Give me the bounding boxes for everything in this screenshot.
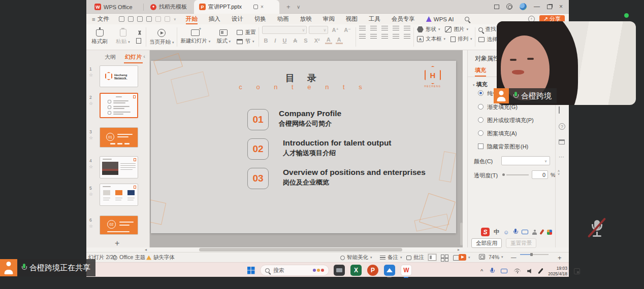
undo-icon[interactable] [155, 16, 161, 22]
fit-window-button[interactable] [479, 254, 485, 260]
star-icon[interactable]: ☆ [89, 164, 93, 169]
close-button[interactable]: × [559, 3, 563, 10]
font-name-combobox[interactable]: ∨ [262, 26, 307, 34]
ribbon-search[interactable] [459, 14, 475, 24]
tray-ime-icon[interactable] [501, 269, 507, 273]
hide-background-checkbox[interactable] [478, 143, 484, 149]
text-direction-icon[interactable] [404, 26, 410, 31]
toc-number-2[interactable]: 02 [247, 138, 269, 160]
zoom-out-button[interactable]: — [511, 254, 517, 260]
slide-thumbnail-2-selected[interactable] [100, 93, 138, 118]
restore-button[interactable] [547, 5, 552, 9]
slide-title[interactable]: 目 录 [151, 72, 456, 84]
zoom-slider[interactable] [520, 254, 549, 255]
tab-close-icon[interactable]: × [261, 4, 264, 10]
sogou-ime-icon[interactable]: S [481, 228, 490, 236]
hscroll-thumb[interactable] [199, 248, 402, 251]
ime-toolbox-icon[interactable] [547, 230, 552, 235]
slide-subtitle[interactable]: c o n t e n t s [151, 83, 456, 91]
scroll-left-icon[interactable]: ◂ [145, 247, 147, 252]
shadow-button[interactable]: S [302, 38, 309, 44]
missing-font-warning[interactable]: 缺失字体 [146, 254, 175, 261]
color-dropdown[interactable]: ∨ [501, 156, 550, 165]
shapes-button[interactable]: 形状▾ [417, 26, 440, 33]
increase-indent-icon[interactable] [393, 26, 399, 31]
scroll-right-icon[interactable]: ▸ [458, 247, 460, 252]
start-button[interactable] [245, 264, 257, 276]
minimize-button[interactable]: — [534, 3, 540, 10]
highlight-button[interactable]: A [336, 37, 343, 44]
radio-picture-fill[interactable] [478, 117, 484, 123]
decrease-indent-icon[interactable] [381, 26, 388, 31]
star-icon[interactable]: ☆ [89, 192, 93, 197]
new-tab-button[interactable]: + [286, 3, 291, 11]
menu-tab-review[interactable]: 审阅 [317, 14, 340, 24]
star-icon[interactable]: ☆ [89, 135, 93, 140]
tray-expand-icon[interactable]: ^ [480, 268, 483, 274]
toc-number-1[interactable]: 01 [247, 109, 269, 130]
menu-tab-view[interactable]: 视图 [340, 14, 363, 24]
tray-wifi-icon[interactable] [514, 269, 521, 274]
taskbar-meeting-app[interactable] [383, 264, 396, 276]
fill-section-header[interactable]: ▾ 填充 [473, 81, 488, 88]
transparency-spinner[interactable]: ˄ ˅ [558, 170, 560, 176]
tab-document[interactable]: P 宣讲PPT.pptx × [194, 0, 279, 14]
taskbar-powerpoint[interactable]: P [367, 264, 379, 276]
ime-skin-icon[interactable] [539, 229, 544, 235]
ime-keyboard-icon[interactable] [522, 230, 528, 234]
quick-access-chevron-icon[interactable]: ∨ [174, 17, 176, 21]
dock-mode-icon[interactable] [494, 5, 499, 9]
select-button[interactable]: 选择 [478, 36, 497, 43]
account-avatar[interactable] [520, 3, 527, 10]
menu-tab-design[interactable]: 设计 [226, 14, 249, 24]
picture-button[interactable]: 图片▾ [445, 26, 468, 33]
tray-clock[interactable]: 19:03 2025/4/18 [548, 266, 567, 276]
format-painter-button[interactable]: 格式刷 [89, 29, 110, 45]
output-icon[interactable] [128, 16, 134, 22]
superscript-button[interactable]: X² [313, 38, 321, 44]
justify-icon[interactable] [393, 34, 399, 39]
toc-item-2[interactable]: Introduction for talent output 人才输送项目介绍 [283, 138, 392, 158]
tab-outline[interactable]: 大纲 [105, 53, 116, 61]
menu-tab-animation[interactable]: 动画 [272, 14, 295, 24]
align-center-icon[interactable] [370, 34, 377, 39]
ime-emoji-icon[interactable]: ☺ [503, 229, 509, 235]
vertical-scrollbar[interactable] [460, 50, 463, 247]
layout-button[interactable]: 版式 ▾ [213, 29, 234, 45]
tray-volume-icon[interactable] [527, 268, 533, 274]
radio-gradient-fill[interactable] [478, 104, 484, 110]
ime-mode-chinese[interactable]: 中 [494, 228, 499, 236]
decrease-font-button[interactable]: A⁻ [342, 27, 352, 33]
menu-file[interactable]: ≡ 文件 [86, 14, 115, 24]
numbered-list-icon[interactable] [370, 26, 377, 31]
reset-background-button[interactable]: 重置背景 [506, 238, 536, 248]
bullet-list-icon[interactable] [359, 26, 366, 31]
notes-button[interactable]: 备注▾ [380, 254, 402, 261]
help-icon[interactable]: ? [559, 123, 565, 130]
ime-account-icon[interactable] [532, 230, 537, 235]
increase-font-button[interactable]: A⁺ [330, 27, 340, 33]
section-button[interactable]: 节▾ [237, 38, 255, 45]
menu-tab-tools[interactable]: 工具 [363, 14, 386, 24]
menu-tab-home[interactable]: 开始 [180, 14, 203, 24]
menu-tab-insert[interactable]: 插入 [203, 14, 226, 24]
comments-button[interactable]: 批注 [406, 254, 424, 261]
arrange-button[interactable]: 排列▾ [450, 35, 472, 43]
slide-thumbnail-4[interactable] [100, 156, 138, 178]
strikethrough-button[interactable]: A [292, 38, 299, 44]
transparency-slider-knob[interactable] [502, 173, 505, 176]
menu-tab-member[interactable]: 会员专享 [386, 14, 421, 24]
transparency-value-input[interactable]: 0 [532, 170, 548, 179]
slide-thumbnail-3[interactable]: 01 [100, 127, 138, 148]
cut-icon[interactable] [136, 30, 143, 36]
save-icon[interactable] [119, 16, 124, 22]
find-button[interactable]: 查找 [478, 26, 496, 33]
more-tools-icon[interactable]: ⋯ [559, 154, 564, 160]
font-size-combobox[interactable]: ∨ [309, 26, 328, 34]
editing-canvas[interactable]: 目 录 c o n t e n t s H HECHENG 01 Company… [150, 50, 463, 247]
star-icon[interactable]: ☆ [89, 101, 93, 106]
slide-thumbnail-5[interactable] [100, 184, 138, 206]
taskbar-explorer[interactable] [333, 264, 345, 276]
menu-tab-transition[interactable]: 切换 [249, 14, 272, 24]
add-slide-button[interactable]: + [115, 239, 119, 248]
